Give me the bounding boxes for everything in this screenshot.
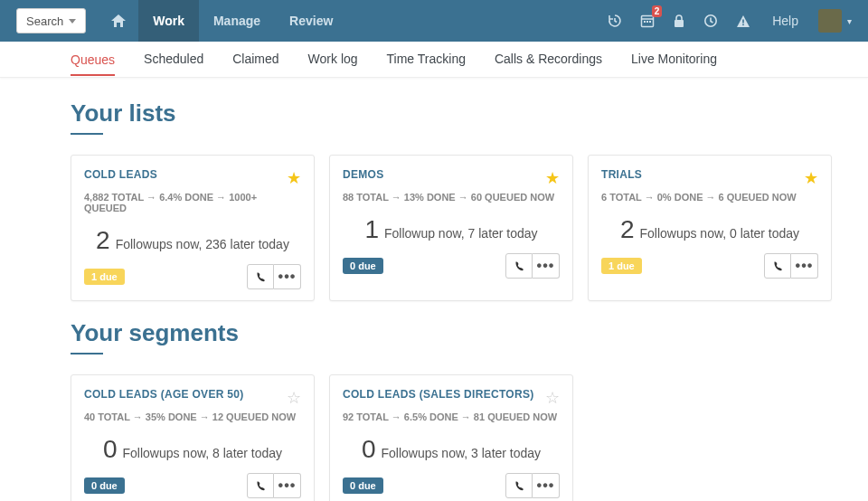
svg-rect-2 [644,21,646,23]
svg-rect-3 [646,21,648,23]
topbar: Search WorkManageReview 2 Help ▾ [0,0,868,42]
help-link[interactable]: Help [760,14,811,28]
call-button[interactable] [505,253,533,279]
svg-rect-5 [675,20,684,27]
search-select-label: Search [26,14,63,28]
card-title[interactable]: COLD LEADS (AGE OVER 50) [84,388,244,401]
svg-rect-8 [742,24,744,25]
subnav-item[interactable]: Calls & Recordings [495,52,602,68]
home-icon[interactable] [99,14,138,27]
card-stats: 6 TOTAL → 0% DONE → 6 QUEUED NOW [601,192,818,203]
clock-icon[interactable] [694,0,727,42]
section-underline [71,133,103,135]
followup-text: Followups now, 236 later today [116,237,289,251]
followup-text: Followups now, 8 later today [122,446,282,460]
queue-card: COLD LEADS★4,882 TOTAL → 6.4% DONE → 100… [71,155,315,301]
subnav-item[interactable]: Queues [71,52,115,76]
history-icon[interactable] [599,0,631,42]
call-button[interactable] [247,473,274,498]
queue-card: COLD LEADS (SALES DIRECTORS)☆92 TOTAL → … [329,374,573,501]
star-icon[interactable]: ☆ [287,388,301,408]
segments-cards: COLD LEADS (AGE OVER 50)☆40 TOTAL → 35% … [71,374,852,501]
calendar-badge: 2 [652,5,663,17]
subnav-item[interactable]: Scheduled [144,52,203,68]
star-icon[interactable]: ★ [545,168,560,188]
subnav-item[interactable]: Work log [308,52,358,68]
card-stats: 92 TOTAL → 6.5% DONE → 81 QUEUED NOW [343,411,560,422]
user-menu-caret[interactable]: ▾ [847,16,852,26]
card-title[interactable]: DEMOS [343,168,384,181]
subnav-item[interactable]: Claimed [232,52,278,68]
due-badge[interactable]: 1 due [601,258,642,274]
nav-link-work[interactable]: Work [138,0,199,42]
followup-count: 2 [96,226,110,255]
followup-text: Followups now, 3 later today [381,446,541,460]
subnav-item[interactable]: Live Monitoring [631,52,717,68]
more-button[interactable]: ••• [533,253,560,279]
queue-card: DEMOS★88 TOTAL → 13% DONE → 60 QUEUED NO… [329,155,573,301]
svg-rect-7 [742,19,744,23]
due-badge[interactable]: 0 due [343,258,383,274]
alert-icon[interactable] [727,0,760,42]
content: Your lists COLD LEADS★4,882 TOTAL → 6.4%… [0,78,868,501]
subnav: QueuesScheduledClaimedWork logTime Track… [0,42,868,78]
nav-link-manage[interactable]: Manage [199,0,275,42]
section-underline [71,353,103,354]
more-button[interactable]: ••• [791,253,818,279]
more-button[interactable]: ••• [533,473,560,498]
section-title-segments: Your segments [71,319,852,347]
card-title[interactable]: COLD LEADS (SALES DIRECTORS) [343,388,534,401]
caret-down-icon [69,19,76,24]
followup-count: 2 [620,215,635,244]
call-button[interactable] [764,253,791,279]
card-title[interactable]: COLD LEADS [84,168,157,181]
lists-cards: COLD LEADS★4,882 TOTAL → 6.4% DONE → 100… [71,155,852,301]
section-title-lists: Your lists [71,99,852,128]
call-button[interactable] [247,264,274,289]
queue-card: TRIALS★6 TOTAL → 0% DONE → 6 QUEUED NOW2… [588,155,832,301]
followup-text: Followup now, 7 later today [384,226,538,241]
card-stats: 4,882 TOTAL → 6.4% DONE → 1000+ QUEUED [84,192,301,213]
svg-rect-4 [649,21,651,23]
followup-text: Followups now, 0 later today [639,226,799,241]
nav-primary: WorkManageReview [138,0,347,42]
star-icon[interactable]: ★ [804,168,818,188]
due-badge[interactable]: 0 due [343,477,383,494]
followup-count: 0 [103,435,118,464]
due-badge[interactable]: 0 due [84,477,125,494]
call-button[interactable] [505,473,533,498]
nav-link-review[interactable]: Review [275,0,347,42]
card-title[interactable]: TRIALS [601,168,642,181]
calendar-icon[interactable]: 2 [631,0,664,42]
queue-card: COLD LEADS (AGE OVER 50)☆40 TOTAL → 35% … [71,374,315,501]
followup-count: 0 [362,435,376,464]
star-icon[interactable]: ☆ [545,388,560,408]
card-stats: 88 TOTAL → 13% DONE → 60 QUEUED NOW [343,192,560,203]
subnav-item[interactable]: Time Tracking [387,52,466,68]
search-select[interactable]: Search [16,8,86,33]
avatar[interactable] [818,9,842,33]
star-icon[interactable]: ★ [287,168,301,188]
more-button[interactable]: ••• [274,473,301,498]
card-stats: 40 TOTAL → 35% DONE → 12 QUEUED NOW [84,411,301,422]
followup-count: 1 [364,215,379,244]
more-button[interactable]: ••• [274,264,301,289]
due-badge[interactable]: 1 due [84,269,125,285]
lock-icon[interactable] [664,0,694,42]
